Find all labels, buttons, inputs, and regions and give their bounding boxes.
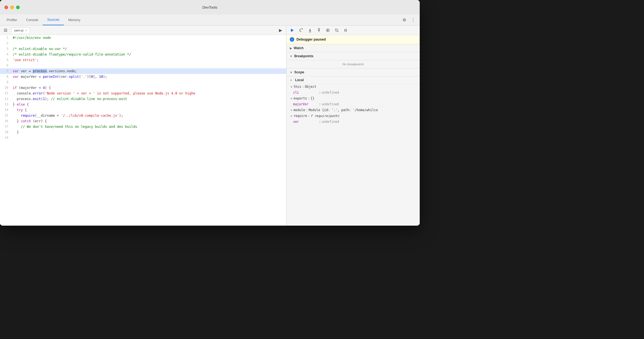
code-line-11: 11 console.error('Node version ' + ver +… — [0, 91, 286, 96]
code-line-13: 13 } else { — [0, 102, 286, 107]
code-line-2: 2 — [0, 41, 286, 46]
svg-rect-0 — [4, 29, 7, 29]
scope-chevron-icon: ▼ — [290, 71, 293, 74]
file-tab-close-icon[interactable]: × — [25, 29, 27, 32]
svg-line-11 — [335, 29, 338, 32]
scope-section-header[interactable]: ▼ Scope — [286, 68, 420, 76]
breakpoints-section-header[interactable]: ▼ Breakpoints — [286, 52, 420, 60]
traffic-lights — [4, 6, 20, 9]
tab-profiler[interactable]: Profiler — [2, 14, 22, 25]
code-line-6: 6 — [0, 63, 286, 68]
step-over-button[interactable] — [298, 27, 305, 34]
tab-bar-actions: ⚙ ⋮ — [401, 14, 420, 25]
svg-rect-1 — [4, 30, 7, 31]
debug-toolbar — [286, 26, 420, 35]
main-area: yarn.js × ▶ 1 #!/usr/bin/env node 2 — [0, 26, 420, 226]
watch-section-header[interactable]: ▶ Watch — [286, 44, 420, 52]
code-editor[interactable]: 1 #!/usr/bin/env node 2 3 /* eslint-disa… — [0, 35, 286, 226]
settings-icon[interactable]: ⚙ — [401, 17, 407, 23]
info-icon: i — [290, 37, 294, 42]
code-line-19: 19 — [0, 135, 286, 141]
scope-item-module[interactable]: module : Module {id: '.', path: '/home/w… — [286, 107, 420, 113]
scope-section-label: Scope — [294, 70, 304, 74]
scope-require-expand-icon — [291, 114, 292, 117]
tab-console[interactable]: Console — [22, 14, 43, 25]
scope-this-expand-icon — [291, 85, 292, 88]
svg-rect-13 — [344, 29, 345, 32]
breakpoints-chevron-icon: ▼ — [290, 55, 293, 58]
code-panel: yarn.js × ▶ 1 #!/usr/bin/env node 2 — [0, 26, 286, 226]
code-line-17: 17 // We don't have/need this on legacy … — [0, 124, 286, 129]
scope-item-ver: ver : undefined — [286, 119, 420, 125]
code-line-14: 14 try { — [0, 107, 286, 113]
code-line-1: 1 #!/usr/bin/env node — [0, 35, 286, 41]
minimize-button[interactable] — [10, 6, 14, 9]
close-button[interactable] — [4, 6, 8, 9]
watch-section-label: Watch — [294, 46, 304, 50]
code-toolbar-right: ▶ — [277, 27, 284, 34]
debugger-paused-banner: i Debugger paused — [286, 35, 420, 44]
maximize-button[interactable] — [16, 6, 20, 9]
code-line-15: 15 require(__dirname + '/../lib/v8-compi… — [0, 113, 286, 118]
breakpoints-content: No breakpoints — [286, 60, 420, 68]
code-line-10: 10 if (majorVer < 4) { — [0, 85, 286, 91]
code-line-16: 16 } catch (err) { — [0, 118, 286, 124]
code-line-9: 9 — [0, 79, 286, 85]
debugger-paused-text: Debugger paused — [296, 38, 326, 41]
step-out-button[interactable] — [315, 27, 323, 34]
code-toolbar: yarn.js × ▶ — [0, 26, 286, 35]
resume-button[interactable] — [289, 27, 296, 34]
svg-rect-14 — [346, 29, 347, 32]
sidebar-toggle-icon[interactable] — [2, 27, 9, 34]
breakpoints-section-label: Breakpoints — [294, 54, 313, 58]
scope-local-header[interactable]: Local — [286, 76, 420, 84]
more-icon[interactable]: ⋮ — [410, 17, 416, 23]
code-line-18: 18 } — [0, 129, 286, 135]
deactivate-breakpoints-button[interactable] — [333, 27, 340, 34]
svg-rect-2 — [4, 31, 7, 32]
title-bar: DevTools — [0, 0, 420, 14]
step-into-button[interactable] — [306, 27, 314, 34]
scope-item-exports[interactable]: exports : {} — [286, 96, 420, 101]
tab-sources[interactable]: Sources — [43, 14, 64, 25]
code-line-7: 7 var ver = process.versions.node; — [0, 68, 286, 74]
no-breakpoints-text: No breakpoints — [286, 60, 420, 68]
scope-local-label: Local — [295, 78, 304, 82]
scope-item-this[interactable]: this : Object — [286, 84, 420, 90]
scope-exports-expand-icon — [291, 97, 292, 100]
window-title: DevTools — [202, 5, 217, 9]
code-line-12: 12 process.exit(1); // eslint-disable-li… — [0, 96, 286, 102]
tab-bar: Profiler Console Sources Memory ⚙ ⋮ — [0, 14, 420, 26]
scope-module-expand-icon — [291, 109, 292, 111]
scope-item-majorver: majorVer : undefined — [286, 101, 420, 107]
scope-item-cli: cli : undefined — [286, 90, 420, 96]
code-line-8: 8 var majorVer = parseInt(ver.split('.')… — [0, 74, 286, 79]
debugger-panel: i Debugger paused ▶ Watch ▼ Breakpoints … — [286, 26, 420, 226]
code-line-4: 4 /* eslint-disable flowtype/require-val… — [0, 52, 286, 57]
scope-local-chevron-icon — [290, 79, 292, 82]
scope-content: Local this : Object cli : undefined — [286, 76, 420, 226]
watch-chevron-icon: ▶ — [290, 47, 292, 50]
code-line-5: 5 'use strict'; — [0, 57, 286, 63]
code-line-3: 3 /* eslint-disable no-var */ — [0, 46, 286, 52]
scope-item-require[interactable]: require : f require(path) — [286, 113, 420, 119]
tab-memory[interactable]: Memory — [64, 14, 85, 25]
file-tab-yarn-js[interactable]: yarn.js × — [11, 28, 30, 33]
file-tab-name: yarn.js — [14, 29, 24, 32]
step-button[interactable] — [324, 27, 331, 34]
svg-rect-3 — [291, 29, 291, 32]
pause-on-exceptions-button[interactable] — [342, 27, 349, 34]
run-snippet-icon[interactable]: ▶ — [277, 27, 284, 34]
